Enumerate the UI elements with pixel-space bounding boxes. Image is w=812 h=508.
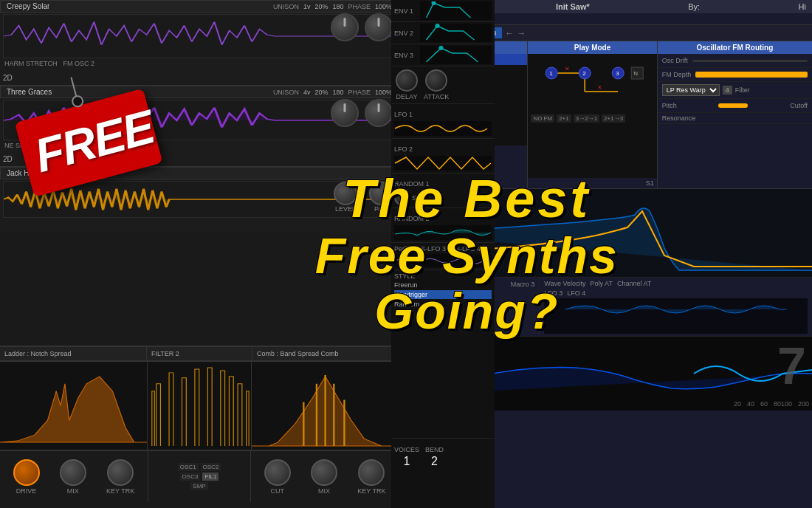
unison-label-2: UNISON: [273, 89, 299, 96]
scale-60: 60: [760, 400, 768, 408]
random2-label: RANDOM 2: [394, 215, 430, 222]
lfo1-display: [394, 121, 492, 136]
resonance-label: Resonance: [662, 114, 696, 122]
fm-osc2-label: FM OSC 2: [63, 60, 95, 67]
osc-drift-label: Osc Drift: [662, 57, 688, 64]
drive-label: DRIVE: [16, 487, 37, 495]
env3-curve: [420, 46, 492, 64]
perlin-label: Perlin: [394, 245, 411, 253]
attack-knob[interactable]: [425, 69, 447, 92]
pan-label: PAN: [369, 205, 393, 213]
svg-point-7: [439, 46, 444, 50]
filter-selector[interactable]: LP Res Warp: [662, 84, 720, 96]
scale-40: 40: [747, 400, 754, 408]
osc-drift-slider[interactable]: [692, 60, 808, 62]
attack-label: ATTACK: [424, 93, 449, 100]
cut-label: CUT: [271, 487, 285, 495]
harm-stretch-label: HARM STRETCH: [4, 60, 58, 67]
lfo3-label: LFO 3: [544, 289, 562, 297]
smp-label: SMP: [190, 482, 207, 490]
pct-label-2: 20%: [314, 89, 328, 96]
env1-label: ENV 1: [394, 7, 420, 15]
lfo-mini-display: [544, 298, 808, 334]
pan-knob[interactable]: [369, 182, 393, 205]
filter2-label: FILTER 2: [151, 350, 179, 357]
level-knob[interactable]: [334, 182, 357, 205]
lfo2-label: LFO 2: [394, 145, 413, 153]
cut-knob[interactable]: [264, 459, 291, 486]
svg-point-5: [432, 1, 436, 5]
knob-fm-osc3[interactable]: [365, 99, 393, 127]
lfo4-label: LFO 4: [567, 289, 585, 297]
phase-val-1: 100%: [375, 3, 392, 10]
num-label-2: 180: [332, 89, 343, 96]
voices-bend-row: VOICES 1 BEND 2: [391, 438, 495, 471]
voices-label: VOICES: [394, 446, 419, 453]
knob-unison-1[interactable]: [331, 13, 359, 41]
osc-fm-routing-tab[interactable]: Oscillator FM Routing: [658, 41, 812, 54]
center-synth-panel: ENV 1 ENV 2 ENV 3: [391, 0, 495, 508]
freerun-label: Freerun: [394, 281, 492, 289]
unison-label: UNISON: [273, 3, 299, 10]
mix-knob-group-1: MIX: [60, 459, 86, 495]
filter-text: Filter: [735, 86, 750, 94]
pitch-slider[interactable]: [718, 103, 748, 108]
filter1-label: Ladder : Notch Spread: [4, 350, 72, 357]
svg-text:N: N: [634, 70, 639, 77]
dim-label-1: 2D: [3, 74, 13, 82]
drive-knob[interactable]: [13, 459, 40, 486]
keytrk-knob-2[interactable]: [358, 459, 385, 486]
level-label: LEVEL: [334, 205, 357, 213]
mix-knob-1[interactable]: [60, 459, 86, 486]
random2-section: RANDOM 2: [391, 208, 495, 243]
scale-80: 80100: [774, 400, 792, 408]
delay-knob-group: DELAY: [396, 69, 418, 100]
lfo2-display: [394, 156, 492, 171]
perlin-section: Perlin 2 S-LFO 3 4 S-LFO 4: [391, 243, 495, 270]
keytrigger-label[interactable]: Keytrigger: [394, 290, 492, 299]
env1-curve: [420, 1, 492, 20]
random-label: Random: [394, 301, 492, 308]
arrow-right-icon-2: →: [517, 28, 526, 38]
fil1-label: FIL1: [202, 473, 219, 481]
random1-icon: [394, 190, 409, 205]
perlin-display: [394, 254, 492, 267]
keytrk-knob-group-1: KEY TRK: [106, 459, 134, 495]
arrow-left-icon-2: ←: [505, 28, 514, 38]
env2-label: ENV 2: [394, 30, 420, 37]
fm-depth-label: FM Depth: [662, 71, 692, 78]
preset-bar-2: Three Graces UNISON 4v 20% 180 PHASE 100…: [0, 86, 399, 98]
drive-knob-group: DRIVE: [13, 459, 40, 495]
phase-val-2: 100%: [375, 89, 392, 96]
fm-depth-slider[interactable]: [695, 72, 808, 78]
lfo1-section: LFO 1: [391, 104, 495, 139]
mix-label-2: MIX: [318, 487, 330, 495]
knob-fm-osc2[interactable]: [365, 13, 393, 41]
keytrk-knob-1[interactable]: [107, 459, 134, 486]
preset-name-1: Creepy Solar: [7, 2, 49, 10]
filter-comb-header: Comb : Band Spread Comb: [252, 347, 399, 361]
scale-20: 20: [734, 400, 741, 408]
cutoff-label: Cutoff: [790, 102, 808, 109]
by-label: By:: [688, 2, 700, 11]
osc3-label: OSC3: [180, 473, 201, 481]
mix-knob-2[interactable]: [311, 459, 337, 486]
random1-section: RANDOM 1 SYNC: [391, 174, 495, 208]
number-display: 7: [777, 340, 806, 392]
keytrk-label-1: KEY TRK: [106, 487, 134, 495]
patch-name: Init Saw*: [556, 2, 590, 11]
svg-point-6: [436, 24, 440, 28]
svg-text:2: 2: [583, 70, 587, 77]
pitch-row: Pitch Cutoff: [658, 99, 812, 113]
lfo2-section: LFO 2: [391, 139, 495, 174]
lfo1-label: LFO 1: [394, 111, 413, 118]
env2-curve: [420, 24, 492, 42]
play-mode-tab[interactable]: Play Mode: [528, 41, 656, 54]
channel-at-label: Channel AT: [617, 280, 651, 287]
delay-knob[interactable]: [396, 69, 418, 92]
osc-drift-row: Osc Drift: [658, 54, 812, 68]
resonance-row: Resonance: [658, 113, 812, 124]
random2-display: [394, 225, 492, 240]
unison-val-1: 1v: [303, 3, 311, 10]
knob-unison-2[interactable]: [331, 99, 359, 127]
